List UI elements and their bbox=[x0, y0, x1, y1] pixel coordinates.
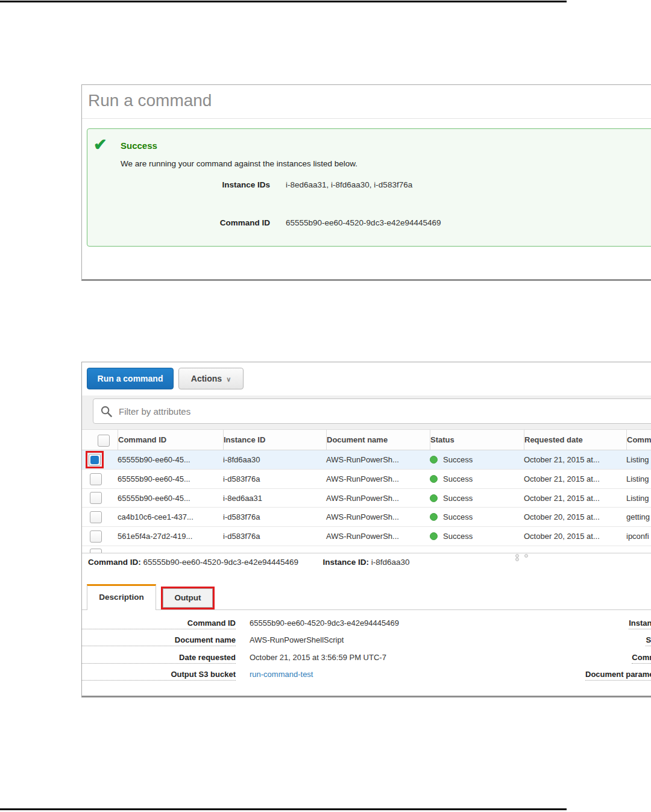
cell-status: Success bbox=[430, 455, 524, 464]
alert-title: Success bbox=[121, 140, 157, 151]
actions-dropdown-button[interactable]: Actions∨ bbox=[178, 368, 244, 389]
row-checkbox[interactable] bbox=[90, 473, 102, 485]
checkmark-icon: ✔ bbox=[93, 135, 107, 154]
cell-document-name: AWS-RunPowerSh... bbox=[326, 532, 430, 541]
summary-instance-id-value: i-8fd6aa30 bbox=[371, 558, 410, 567]
chevron-down-icon: ∨ bbox=[226, 376, 231, 383]
detail-row-instance-id: Instance bbox=[468, 618, 651, 629]
status-success-icon bbox=[430, 475, 438, 483]
field-label: Instance IDs bbox=[87, 180, 270, 189]
status-success-icon bbox=[430, 494, 438, 502]
cell-command-id: 65555b90-ee60-45... bbox=[118, 494, 223, 503]
checkbox-cell bbox=[82, 511, 118, 523]
status-text: Success bbox=[443, 474, 473, 483]
detail-row-status: Stat bbox=[468, 635, 651, 646]
cell-requested-date: October 21, 2015 at... bbox=[524, 455, 626, 464]
table-row-partial[interactable] bbox=[82, 546, 651, 553]
cell-instance-id: i-8fd6aa30 bbox=[223, 455, 326, 464]
table-row[interactable]: 561e5f4a-27d2-419... i-d583f76a AWS-RunP… bbox=[82, 527, 651, 546]
select-all-cell bbox=[82, 430, 118, 450]
cell-document-name: AWS-RunPowerSh... bbox=[326, 455, 430, 464]
screenshot-command-console: Run a command Actions∨ Command ID Instan… bbox=[81, 362, 651, 697]
cell-comment: Listing bbox=[626, 494, 651, 503]
checkbox-cell bbox=[82, 546, 118, 553]
title-divider bbox=[82, 118, 651, 119]
resize-handle-icon[interactable] bbox=[515, 554, 542, 559]
detail-label: Comme bbox=[632, 653, 651, 664]
column-header-status[interactable]: Status bbox=[430, 430, 524, 450]
row-checkbox[interactable] bbox=[90, 492, 102, 504]
run-a-command-button[interactable]: Run a command bbox=[87, 368, 174, 389]
success-alert: ✔ Success We are running your command ag… bbox=[87, 128, 651, 247]
detail-row-command-id: Command ID65555b90-ee60-4520-9dc3-e42e94… bbox=[82, 618, 399, 629]
tab-description[interactable]: Description bbox=[87, 584, 156, 610]
summary-instance-id-label: Instance ID: bbox=[323, 558, 370, 567]
detail-value: AWS-RunPowerShellScript bbox=[250, 635, 344, 644]
detail-row-comment: Comme bbox=[468, 653, 651, 664]
table-row[interactable]: ca4b10c6-cee1-437... i-d583f76a AWS-RunP… bbox=[82, 508, 651, 527]
row-checkbox[interactable] bbox=[90, 511, 102, 523]
status-success-icon bbox=[430, 532, 438, 540]
column-header-instance-id[interactable]: Instance ID bbox=[223, 430, 326, 450]
cell-instance-id: i-d583f76a bbox=[223, 532, 326, 541]
detail-label: Instance bbox=[629, 618, 651, 629]
table-row[interactable]: 65555b90-ee60-45... i-d583f76a AWS-RunPo… bbox=[82, 470, 651, 489]
cell-requested-date: October 20, 2015 at... bbox=[524, 512, 626, 521]
table-row[interactable]: 65555b90-ee60-45... i-8fd6aa30 AWS-RunPo… bbox=[82, 450, 651, 470]
filter-input[interactable] bbox=[93, 398, 651, 424]
filter-toolbar bbox=[82, 395, 651, 430]
select-all-checkbox[interactable] bbox=[98, 435, 110, 447]
page-title: Run a command bbox=[88, 91, 212, 110]
cell-comment: Listing bbox=[626, 474, 651, 483]
summary-command-id-value: 65555b90-ee60-4520-9dc3-e42e94445469 bbox=[143, 558, 298, 567]
row-checkbox[interactable] bbox=[90, 549, 102, 553]
panel-split-divider bbox=[82, 553, 651, 553]
row-checkbox-checked[interactable] bbox=[89, 454, 101, 466]
cell-instance-id: i-d583f76a bbox=[223, 512, 326, 521]
alert-message: We are running your command against the … bbox=[121, 159, 357, 168]
cell-command-id: 561e5f4a-27d2-419... bbox=[118, 532, 223, 541]
tab-content-border bbox=[82, 609, 651, 610]
detail-label: Document name bbox=[82, 635, 236, 646]
cell-comment: ipconfi bbox=[626, 532, 651, 541]
screenshot-run-command-result: Run a command ✔ Success We are running y… bbox=[81, 84, 651, 281]
cell-document-name: AWS-RunPowerSh... bbox=[326, 512, 430, 521]
actions-button-label: Actions bbox=[191, 374, 222, 383]
tab-output[interactable]: Output bbox=[163, 588, 213, 608]
cell-status: Success bbox=[430, 494, 524, 503]
cell-status: Success bbox=[430, 512, 524, 521]
field-value: 65555b90-ee60-4520-9dc3-e42e94445469 bbox=[286, 218, 441, 227]
status-text: Success bbox=[443, 494, 473, 503]
red-annotation-box bbox=[86, 451, 104, 468]
field-label: Command ID bbox=[87, 218, 270, 227]
checkbox-cell bbox=[82, 473, 118, 485]
checkbox-cell bbox=[82, 451, 118, 468]
status-text: Success bbox=[443, 455, 473, 464]
detail-label: Date requested bbox=[82, 653, 236, 664]
status-success-icon bbox=[430, 513, 438, 521]
checkbox-cell bbox=[82, 530, 118, 543]
alert-field-instance-ids: Instance IDsi-8ed6aa31, i-8fd6aa30, i-d5… bbox=[87, 180, 651, 189]
page-top-rule bbox=[0, 1, 567, 2]
detail-label: Output S3 bucket bbox=[82, 670, 236, 681]
column-header-requested-date[interactable]: Requested date bbox=[524, 430, 626, 450]
detail-row-date-requested: Date requestedOctober 21, 2015 at 3:56:5… bbox=[82, 653, 386, 664]
cell-document-name: AWS-RunPowerSh... bbox=[326, 474, 430, 483]
row-checkbox[interactable] bbox=[90, 530, 102, 543]
status-text: Success bbox=[443, 512, 473, 521]
cell-requested-date: October 21, 2015 at... bbox=[524, 494, 626, 503]
cell-status: Success bbox=[430, 532, 524, 541]
cell-status: Success bbox=[430, 474, 524, 483]
page-bottom-rule bbox=[0, 808, 567, 810]
status-text: Success bbox=[443, 532, 473, 541]
cell-comment: getting bbox=[626, 512, 651, 521]
s3-bucket-link[interactable]: run-command-test bbox=[250, 670, 313, 679]
cell-command-id: 65555b90-ee60-45... bbox=[118, 455, 223, 464]
detail-row-document-name: Document nameAWS-RunPowerShellScript bbox=[82, 635, 344, 646]
status-success-icon bbox=[430, 456, 438, 464]
column-header-comment[interactable]: Comm bbox=[626, 430, 651, 450]
table-row[interactable]: 65555b90-ee60-45... i-8ed6aa31 AWS-RunPo… bbox=[82, 489, 651, 508]
column-header-command-id[interactable]: Command ID bbox=[118, 430, 223, 450]
column-header-document-name[interactable]: Document name bbox=[326, 430, 430, 450]
cell-command-id: ca4b10c6-cee1-437... bbox=[118, 512, 223, 521]
